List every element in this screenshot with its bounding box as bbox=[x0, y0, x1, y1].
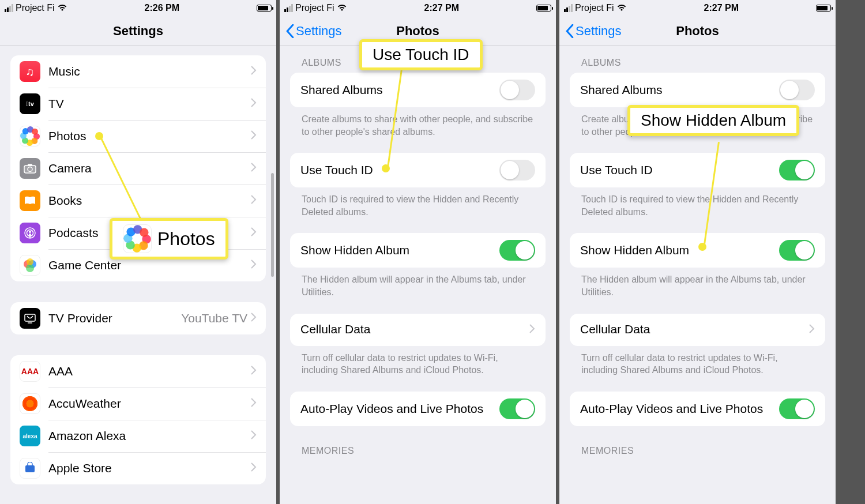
row-photos[interactable]: Photos bbox=[10, 120, 266, 152]
signal-icon bbox=[284, 4, 293, 12]
toggle-touch-id[interactable] bbox=[779, 160, 815, 180]
row-label: Music bbox=[48, 65, 251, 78]
callout-photos: Photos bbox=[110, 218, 228, 259]
row-label: Amazon Alexa bbox=[48, 429, 251, 443]
note-show-hidden: The Hidden album will appear in the Albu… bbox=[559, 268, 836, 298]
page-title: Photos bbox=[396, 24, 439, 39]
settings-group-provider: TV Provider YouTube TV bbox=[10, 302, 266, 334]
callout-anchor-dot bbox=[95, 132, 103, 140]
row-shared-albums[interactable]: Shared Albums bbox=[290, 73, 546, 107]
chevron-right-icon bbox=[809, 324, 815, 336]
chevron-right-icon bbox=[251, 163, 257, 174]
chevron-right-icon bbox=[251, 398, 257, 409]
svg-rect-3 bbox=[28, 164, 32, 166]
row-label: Cellular Data bbox=[300, 322, 529, 337]
chevron-right-icon bbox=[251, 66, 257, 77]
clock: 2:27 PM bbox=[424, 3, 459, 13]
row-music[interactable]: ♫ Music bbox=[10, 55, 266, 88]
toggle-show-hidden[interactable] bbox=[499, 240, 535, 261]
applestore-icon bbox=[20, 458, 40, 479]
row-label: Show Hidden Album bbox=[580, 243, 779, 258]
toggle-shared-albums[interactable] bbox=[779, 80, 815, 100]
row-label: Use Touch ID bbox=[300, 163, 499, 178]
photos-icon bbox=[20, 126, 40, 146]
row-touch-id[interactable]: Use Touch ID bbox=[290, 153, 546, 187]
tvprovider-icon bbox=[20, 308, 40, 329]
row-alexa[interactable]: alexa Amazon Alexa bbox=[10, 420, 266, 452]
nav-bar: Settings bbox=[0, 16, 276, 46]
chevron-right-icon bbox=[251, 259, 257, 271]
screenshot-settings-root: Project Fi 2:26 PM Settings ♫ Music tv … bbox=[0, 0, 280, 504]
chevron-right-icon bbox=[251, 130, 257, 142]
status-bar: Project Fi 2:26 PM bbox=[0, 0, 276, 16]
row-label: Use Touch ID bbox=[580, 163, 779, 178]
row-cellular[interactable]: Cellular Data bbox=[570, 314, 825, 346]
row-label: TV Provider bbox=[48, 311, 181, 325]
row-autoplay[interactable]: Auto-Play Videos and Live Photos bbox=[570, 392, 825, 426]
settings-group-apps: AAA AAA AccuWeather alexa Amazon Alexa A… bbox=[10, 355, 266, 484]
row-autoplay[interactable]: Auto-Play Videos and Live Photos bbox=[290, 392, 546, 426]
callout-label: Use Touch ID bbox=[373, 46, 469, 64]
group-show-hidden: Show Hidden Album bbox=[290, 233, 546, 268]
row-show-hidden[interactable]: Show Hidden Album bbox=[570, 233, 825, 268]
chevron-right-icon bbox=[251, 430, 257, 442]
chevron-right-icon bbox=[251, 98, 257, 110]
section-header-albums: ALBUMS bbox=[559, 46, 836, 73]
section-header-memories: MEMORIES bbox=[559, 426, 836, 461]
row-tv[interactable]: tv TV bbox=[10, 88, 266, 120]
svg-rect-12 bbox=[25, 465, 35, 472]
signal-icon bbox=[564, 4, 573, 12]
row-show-hidden[interactable]: Show Hidden Album bbox=[290, 233, 546, 268]
tv-icon: tv bbox=[20, 93, 40, 114]
music-icon: ♫ bbox=[20, 61, 40, 82]
toggle-show-hidden[interactable] bbox=[779, 240, 815, 261]
group-autoplay: Auto-Play Videos and Live Photos bbox=[290, 392, 546, 426]
toggle-autoplay[interactable] bbox=[779, 398, 815, 419]
row-label: Game Center bbox=[48, 258, 251, 272]
group-touch-id: Use Touch ID bbox=[570, 153, 825, 187]
row-label: AccuWeather bbox=[48, 397, 251, 411]
row-camera[interactable]: Camera bbox=[10, 152, 266, 185]
back-button[interactable]: Settings bbox=[285, 24, 342, 39]
toggle-shared-albums[interactable] bbox=[499, 80, 535, 100]
row-aaa[interactable]: AAA AAA bbox=[10, 355, 266, 388]
svg-point-9 bbox=[26, 264, 34, 272]
carrier-label: Project Fi bbox=[295, 3, 334, 13]
alexa-icon: alexa bbox=[20, 426, 40, 446]
callout-label: Photos bbox=[157, 228, 215, 250]
row-label: Camera bbox=[48, 161, 251, 175]
clock: 2:26 PM bbox=[145, 3, 179, 13]
row-cellular[interactable]: Cellular Data bbox=[290, 314, 546, 346]
battery-icon bbox=[816, 5, 831, 12]
screenshot-photos-settings-2: Project Fi 2:27 PM Settings Photos ALBUM… bbox=[559, 0, 839, 504]
carrier-label: Project Fi bbox=[575, 3, 614, 13]
row-label: TV bbox=[48, 97, 251, 111]
gamecenter-icon bbox=[20, 255, 40, 276]
group-shared-albums: Shared Albums bbox=[570, 73, 825, 107]
clock: 2:27 PM bbox=[704, 3, 739, 13]
wifi-icon bbox=[616, 3, 627, 13]
row-accuweather[interactable]: AccuWeather bbox=[10, 388, 266, 420]
toggle-touch-id[interactable] bbox=[499, 160, 535, 180]
row-label: Apple Store bbox=[48, 461, 251, 475]
wifi-icon bbox=[57, 3, 67, 13]
row-touch-id[interactable]: Use Touch ID bbox=[570, 153, 825, 187]
note-show-hidden: The Hidden album will appear in the Albu… bbox=[280, 268, 556, 298]
row-applestore[interactable]: Apple Store bbox=[10, 452, 266, 484]
note-touch-id: Touch ID is required to view the Hidden … bbox=[280, 187, 556, 218]
page-title: Settings bbox=[113, 24, 163, 39]
callout-anchor-dot bbox=[382, 164, 390, 172]
chevron-right-icon bbox=[251, 366, 257, 377]
row-tvprovider[interactable]: TV Provider YouTube TV bbox=[10, 302, 266, 334]
section-header-memories: MEMORIES bbox=[280, 426, 556, 461]
row-shared-albums[interactable]: Shared Albums bbox=[570, 73, 825, 107]
scrollbar[interactable] bbox=[271, 173, 274, 277]
chevron-right-icon bbox=[529, 324, 535, 336]
chevron-right-icon bbox=[251, 462, 257, 474]
toggle-autoplay[interactable] bbox=[499, 398, 535, 419]
callout-label: Show Hidden Album bbox=[641, 111, 786, 130]
nav-bar: Settings Photos bbox=[559, 16, 836, 46]
status-bar: Project Fi 2:27 PM bbox=[280, 0, 556, 16]
row-label: AAA bbox=[48, 364, 251, 378]
back-button[interactable]: Settings bbox=[565, 24, 622, 39]
